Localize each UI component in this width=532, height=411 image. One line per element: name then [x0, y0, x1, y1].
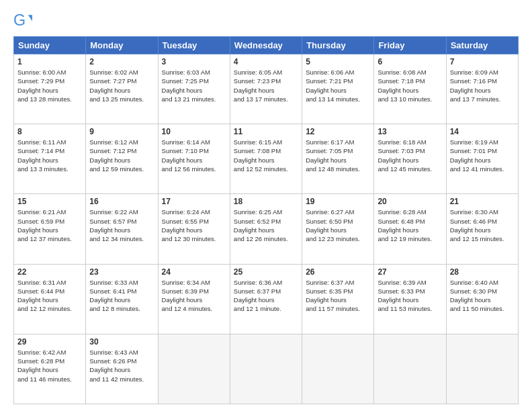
- day-number: 4: [234, 57, 298, 66]
- day-info: Sunrise: 6:34 AM Sunset: 6:39 PM Dayligh…: [162, 278, 226, 314]
- table-row: [446, 334, 518, 404]
- table-row: 21 Sunrise: 6:30 AM Sunset: 6:46 PM Dayl…: [446, 194, 518, 264]
- day-info: Sunrise: 6:42 AM Sunset: 6:28 PM Dayligh…: [17, 348, 82, 383]
- day-number: 22: [17, 267, 82, 277]
- table-row: 29 Sunrise: 6:42 AM Sunset: 6:28 PM Dayl…: [14, 334, 86, 404]
- day-info: Sunrise: 6:11 AM Sunset: 7:14 PM Dayligh…: [17, 138, 82, 173]
- day-info: Sunrise: 6:31 AM Sunset: 6:44 PM Dayligh…: [17, 278, 82, 314]
- day-number: 19: [306, 197, 370, 206]
- day-number: 18: [234, 197, 298, 206]
- day-number: 10: [162, 127, 226, 136]
- header-monday: Monday: [86, 37, 158, 54]
- day-info: Sunrise: 6:22 AM Sunset: 6:57 PM Dayligh…: [89, 208, 154, 243]
- day-info: Sunrise: 6:00 AM Sunset: 7:29 PM Dayligh…: [17, 68, 82, 103]
- header-sunday: Sunday: [14, 37, 86, 54]
- table-row: 25 Sunrise: 6:36 AM Sunset: 6:37 PM Dayl…: [230, 264, 302, 334]
- week-row: 29 Sunrise: 6:42 AM Sunset: 6:28 PM Dayl…: [14, 334, 519, 404]
- table-row: 16 Sunrise: 6:22 AM Sunset: 6:57 PM Dayl…: [86, 194, 158, 264]
- day-info: Sunrise: 6:21 AM Sunset: 6:59 PM Dayligh…: [17, 208, 82, 243]
- day-number: 27: [378, 267, 442, 277]
- table-row: 20 Sunrise: 6:28 AM Sunset: 6:48 PM Dayl…: [374, 194, 446, 264]
- day-number: 14: [450, 127, 515, 136]
- table-row: 3 Sunrise: 6:03 AM Sunset: 7:25 PM Dayli…: [158, 54, 230, 124]
- table-row: 26 Sunrise: 6:37 AM Sunset: 6:35 PM Dayl…: [302, 264, 374, 334]
- calendar: Sunday Monday Tuesday Wednesday Thursday…: [13, 36, 519, 404]
- table-row: 8 Sunrise: 6:11 AM Sunset: 7:14 PM Dayli…: [14, 124, 86, 194]
- header-saturday: Saturday: [446, 37, 518, 54]
- table-row: 18 Sunrise: 6:25 AM Sunset: 6:52 PM Dayl…: [230, 194, 302, 264]
- day-number: 7: [450, 57, 515, 66]
- table-row: 12 Sunrise: 6:17 AM Sunset: 7:05 PM Dayl…: [302, 124, 374, 194]
- page: G Sunday Monday Tuesday Wednesday Thursd…: [0, 0, 532, 411]
- week-row: 22 Sunrise: 6:31 AM Sunset: 6:44 PM Dayl…: [14, 264, 519, 334]
- week-row: 15 Sunrise: 6:21 AM Sunset: 6:59 PM Dayl…: [14, 194, 519, 264]
- day-info: Sunrise: 6:24 AM Sunset: 6:55 PM Dayligh…: [162, 208, 226, 243]
- table-row: 9 Sunrise: 6:12 AM Sunset: 7:12 PM Dayli…: [86, 124, 158, 194]
- day-number: 15: [17, 197, 82, 206]
- header: G: [13, 11, 519, 30]
- day-info: Sunrise: 6:05 AM Sunset: 7:23 PM Dayligh…: [234, 68, 298, 103]
- day-number: 1: [17, 57, 82, 66]
- day-number: 8: [17, 127, 82, 136]
- header-wednesday: Wednesday: [230, 37, 302, 54]
- day-info: Sunrise: 6:39 AM Sunset: 6:33 PM Dayligh…: [378, 278, 442, 314]
- day-number: 13: [378, 127, 442, 136]
- day-number: 28: [450, 267, 515, 277]
- logo: G: [13, 11, 35, 30]
- day-info: Sunrise: 6:18 AM Sunset: 7:03 PM Dayligh…: [378, 138, 442, 173]
- day-info: Sunrise: 6:08 AM Sunset: 7:18 PM Dayligh…: [378, 68, 442, 103]
- day-number: 25: [234, 267, 298, 277]
- logo-icon: G: [13, 11, 32, 30]
- header-tuesday: Tuesday: [158, 37, 230, 54]
- day-number: 24: [162, 267, 226, 277]
- day-info: Sunrise: 6:43 AM Sunset: 6:26 PM Dayligh…: [89, 348, 154, 383]
- table-row: 13 Sunrise: 6:18 AM Sunset: 7:03 PM Dayl…: [374, 124, 446, 194]
- day-info: Sunrise: 6:30 AM Sunset: 6:46 PM Dayligh…: [450, 208, 515, 243]
- day-info: Sunrise: 6:37 AM Sunset: 6:35 PM Dayligh…: [306, 278, 370, 314]
- day-info: Sunrise: 6:40 AM Sunset: 6:30 PM Dayligh…: [450, 278, 515, 314]
- table-row: 14 Sunrise: 6:19 AM Sunset: 7:01 PM Dayl…: [446, 124, 518, 194]
- day-info: Sunrise: 6:33 AM Sunset: 6:41 PM Dayligh…: [89, 278, 154, 314]
- day-number: 26: [306, 267, 370, 277]
- table-row: 27 Sunrise: 6:39 AM Sunset: 6:33 PM Dayl…: [374, 264, 446, 334]
- table-row: 5 Sunrise: 6:06 AM Sunset: 7:21 PM Dayli…: [302, 54, 374, 124]
- header-thursday: Thursday: [302, 37, 374, 54]
- day-number: 12: [306, 127, 370, 136]
- day-info: Sunrise: 6:25 AM Sunset: 6:52 PM Dayligh…: [234, 208, 298, 243]
- day-info: Sunrise: 6:19 AM Sunset: 7:01 PM Dayligh…: [450, 138, 515, 173]
- weekday-header-row: Sunday Monday Tuesday Wednesday Thursday…: [14, 37, 519, 54]
- day-info: Sunrise: 6:27 AM Sunset: 6:50 PM Dayligh…: [306, 208, 370, 243]
- day-info: Sunrise: 6:17 AM Sunset: 7:05 PM Dayligh…: [306, 138, 370, 173]
- svg-text:G: G: [13, 11, 26, 29]
- day-number: 3: [162, 57, 226, 66]
- day-info: Sunrise: 6:36 AM Sunset: 6:37 PM Dayligh…: [234, 278, 298, 314]
- day-number: 29: [17, 337, 82, 347]
- table-row: 10 Sunrise: 6:14 AM Sunset: 7:10 PM Dayl…: [158, 124, 230, 194]
- day-number: 6: [378, 57, 442, 66]
- table-row: [302, 334, 374, 404]
- day-info: Sunrise: 6:28 AM Sunset: 6:48 PM Dayligh…: [378, 208, 442, 243]
- day-info: Sunrise: 6:09 AM Sunset: 7:16 PM Dayligh…: [450, 68, 515, 103]
- table-row: 11 Sunrise: 6:15 AM Sunset: 7:08 PM Dayl…: [230, 124, 302, 194]
- table-row: 24 Sunrise: 6:34 AM Sunset: 6:39 PM Dayl…: [158, 264, 230, 334]
- day-number: 11: [234, 127, 298, 136]
- day-number: 5: [306, 57, 370, 66]
- table-row: [230, 334, 302, 404]
- table-row: 6 Sunrise: 6:08 AM Sunset: 7:18 PM Dayli…: [374, 54, 446, 124]
- table-row: 23 Sunrise: 6:33 AM Sunset: 6:41 PM Dayl…: [86, 264, 158, 334]
- day-info: Sunrise: 6:12 AM Sunset: 7:12 PM Dayligh…: [89, 138, 154, 173]
- day-info: Sunrise: 6:06 AM Sunset: 7:21 PM Dayligh…: [306, 68, 370, 103]
- table-row: 28 Sunrise: 6:40 AM Sunset: 6:30 PM Dayl…: [446, 264, 518, 334]
- calendar-table: Sunday Monday Tuesday Wednesday Thursday…: [13, 36, 519, 404]
- day-number: 20: [378, 197, 442, 206]
- day-number: 17: [162, 197, 226, 206]
- day-number: 23: [89, 267, 154, 277]
- table-row: 4 Sunrise: 6:05 AM Sunset: 7:23 PM Dayli…: [230, 54, 302, 124]
- day-number: 16: [89, 197, 154, 206]
- week-row: 1 Sunrise: 6:00 AM Sunset: 7:29 PM Dayli…: [14, 54, 519, 124]
- day-info: Sunrise: 6:02 AM Sunset: 7:27 PM Dayligh…: [89, 68, 154, 103]
- day-number: 9: [89, 127, 154, 136]
- day-number: 2: [89, 57, 154, 66]
- table-row: 15 Sunrise: 6:21 AM Sunset: 6:59 PM Dayl…: [14, 194, 86, 264]
- header-friday: Friday: [374, 37, 446, 54]
